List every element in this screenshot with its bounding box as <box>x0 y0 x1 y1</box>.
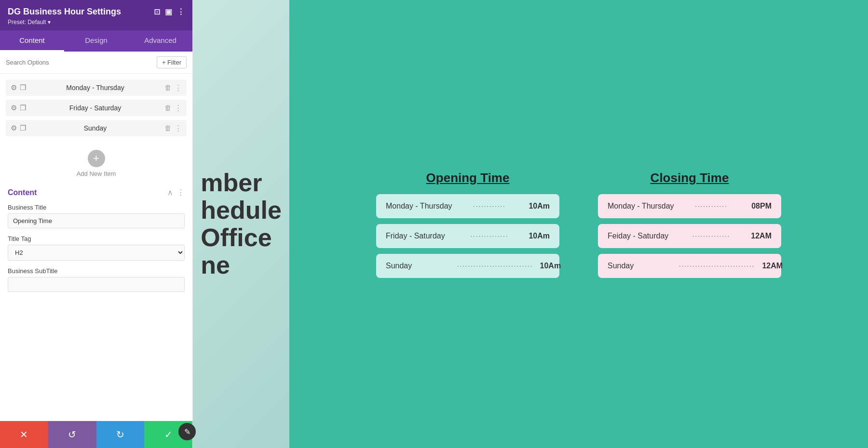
closing-day-1: Feiday - Saturday <box>608 232 675 240</box>
settings-icon[interactable]: ⚙ <box>11 104 17 112</box>
delete-icon[interactable]: 🗑 <box>164 104 172 112</box>
business-subtitle-label: Business SubTitle <box>8 267 185 275</box>
redo-icon: ↻ <box>116 429 124 440</box>
add-new-item-label: Add New Item <box>77 170 116 177</box>
opening-time-title: Opening Time <box>376 171 559 185</box>
item-row: ⚙ ❐ Friday - Saturday 🗑 ⋮ <box>6 100 187 116</box>
hours-content: Opening Time Monday - Thursday ·········… <box>289 0 868 448</box>
preset-label[interactable]: Preset: Default ▾ <box>8 19 185 26</box>
opening-dots-0: ············ <box>457 202 522 210</box>
closing-dots-2: ···························· <box>679 262 755 269</box>
cancel-button[interactable]: ✕ <box>0 421 48 448</box>
item-label: Sunday <box>30 124 161 132</box>
panel-title-row: DG Business Hour Settings ⊡ ▣ ⋮ <box>8 7 185 17</box>
item-left-icons: ⚙ ❐ <box>11 83 26 92</box>
more-icon[interactable]: ⋮ <box>177 7 185 16</box>
main-area: mberheduleOfficene Opening Time Monday -… <box>193 0 868 448</box>
item-left-icons: ⚙ ❐ <box>11 104 26 112</box>
closing-day-2: Sunday <box>608 262 675 270</box>
search-input[interactable] <box>6 59 153 66</box>
content-section-controls: ∧ ⋮ <box>167 188 185 197</box>
closing-row-0: Monday - Thursday ············ 08PM <box>598 194 781 218</box>
item-label: Friday - Saturday <box>30 104 161 112</box>
closing-time-1: 12AM <box>747 232 772 240</box>
tab-design[interactable]: Design <box>64 30 128 52</box>
item-label: Monday - Thursday <box>30 84 161 92</box>
undo-icon: ↺ <box>68 429 76 440</box>
more-options-icon[interactable]: ⋮ <box>175 124 182 132</box>
content-section-header: Content ∧ ⋮ <box>8 188 185 197</box>
more-options-icon[interactable]: ⋮ <box>175 83 182 92</box>
item-right-icons: 🗑 ⋮ <box>164 83 182 92</box>
item-row: ⚙ ❐ Sunday 🗑 ⋮ <box>6 120 187 136</box>
duplicate-icon[interactable]: ❐ <box>20 104 26 112</box>
closing-dots-0: ············ <box>679 202 744 210</box>
duplicate-icon[interactable]: ❐ <box>20 124 26 132</box>
closing-time-column: Closing Time Monday - Thursday ·········… <box>598 171 781 278</box>
item-right-icons: 🗑 ⋮ <box>164 124 182 132</box>
item-left-icons: ⚙ ❐ <box>11 124 26 132</box>
title-tag-field: Title Tag H1 H2 H3 H4 H5 H6 p div <box>8 235 185 267</box>
closing-dots-1: ·············· <box>679 232 744 239</box>
filter-button[interactable]: + Filter <box>157 56 187 68</box>
business-subtitle-input[interactable] <box>8 277 185 292</box>
save-icon: ✓ <box>164 429 173 440</box>
opening-time-0: 10Am <box>526 202 550 211</box>
closing-row-1: Feiday - Saturday ·············· 12AM <box>598 224 781 248</box>
closing-row-2: Sunday ···························· 12AM <box>598 254 781 278</box>
bottom-toolbar: ✕ ↺ ↻ ✓ <box>0 421 192 448</box>
opening-dots-1: ·············· <box>457 232 522 239</box>
opening-day-2: Sunday <box>386 262 453 270</box>
redo-button[interactable]: ↻ <box>96 421 145 448</box>
title-tag-select[interactable]: H1 H2 H3 H4 H5 H6 p div <box>8 245 185 261</box>
items-list: ⚙ ❐ Monday - Thursday 🗑 ⋮ ⚙ ❐ Friday - S… <box>0 74 192 142</box>
opening-row-1: Friday - Saturday ·············· 10Am <box>376 224 559 248</box>
business-title-label: Business Title <box>8 204 185 211</box>
item-row: ⚙ ❐ Monday - Thursday 🗑 ⋮ <box>6 79 187 96</box>
content-section: Content ∧ ⋮ Business Title Title Tag H1 … <box>0 182 192 421</box>
undo-button[interactable]: ↺ <box>48 421 96 448</box>
restore-icon[interactable]: ⊡ <box>154 7 160 16</box>
closing-time-2: 12AM <box>759 262 783 270</box>
add-circle-icon: + <box>88 150 105 167</box>
content-section-title: Content <box>8 188 37 197</box>
layout-icon[interactable]: ▣ <box>165 7 172 16</box>
closing-day-0: Monday - Thursday <box>608 202 675 211</box>
business-title-field: Business Title <box>8 204 185 235</box>
cancel-icon: ✕ <box>20 429 28 440</box>
panel-title-icons: ⊡ ▣ ⋮ <box>154 7 185 16</box>
tab-content[interactable]: Content <box>0 30 64 52</box>
delete-icon[interactable]: 🗑 <box>164 124 172 132</box>
search-filter-row: + Filter <box>0 52 192 74</box>
closing-time-title: Closing Time <box>598 171 781 185</box>
deco-panel: mberheduleOfficene <box>193 0 289 448</box>
opening-time-1: 10Am <box>526 232 550 240</box>
opening-dots-2: ···························· <box>457 262 533 269</box>
opening-row-0: Monday - Thursday ············ 10Am <box>376 194 559 218</box>
business-title-input[interactable] <box>8 213 185 228</box>
duplicate-icon[interactable]: ❐ <box>20 83 26 92</box>
opening-time-column: Opening Time Monday - Thursday ·········… <box>376 171 559 278</box>
deco-text: mberheduleOfficene <box>193 159 289 289</box>
panel-title-text: DG Business Hour Settings <box>8 7 121 17</box>
content-more-icon[interactable]: ⋮ <box>177 188 185 197</box>
closing-time-0: 08PM <box>747 202 772 211</box>
tab-advanced[interactable]: Advanced <box>128 30 192 52</box>
more-options-icon[interactable]: ⋮ <box>175 104 182 112</box>
delete-icon[interactable]: 🗑 <box>164 83 172 92</box>
business-subtitle-field: Business SubTitle <box>8 267 185 299</box>
opening-day-1: Friday - Saturday <box>386 232 453 240</box>
title-tag-label: Title Tag <box>8 235 185 242</box>
add-new-item[interactable]: + Add New Item <box>0 142 192 182</box>
settings-icon[interactable]: ⚙ <box>11 83 17 92</box>
opening-row-2: Sunday ···························· 10Am <box>376 254 559 278</box>
opening-time-2: 10Am <box>537 262 561 270</box>
floating-edit-icon[interactable]: ✎ <box>178 423 196 440</box>
collapse-icon[interactable]: ∧ <box>167 188 173 197</box>
left-panel: DG Business Hour Settings ⊡ ▣ ⋮ Preset: … <box>0 0 193 448</box>
panel-tabs: Content Design Advanced <box>0 30 192 52</box>
settings-icon[interactable]: ⚙ <box>11 124 17 132</box>
panel-header: DG Business Hour Settings ⊡ ▣ ⋮ Preset: … <box>0 0 192 30</box>
opening-day-0: Monday - Thursday <box>386 202 453 211</box>
item-right-icons: 🗑 ⋮ <box>164 104 182 112</box>
